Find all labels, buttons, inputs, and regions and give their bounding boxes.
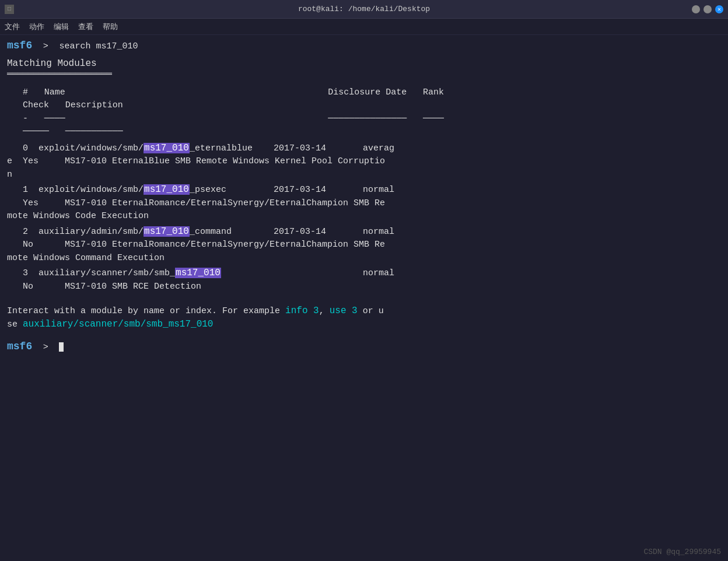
- row1-highlight: ms17_010: [144, 184, 190, 195]
- row2-pre: 2 auxiliary/admin/smb/: [7, 227, 144, 237]
- interact-pre: Interact with a module by name or index.…: [7, 306, 285, 316]
- row3-pre: 3 auxiliary/scanner/smb/smb_: [7, 268, 175, 278]
- separator-line: - ──── ─────────────── ────: [7, 113, 721, 126]
- interact-line-1: Interact with a module by name or index.…: [7, 305, 721, 318]
- row1-cont: Yes MS17-010 EternalRomance/EternalSyner…: [7, 198, 385, 208]
- row0-highlight: ms17_010: [144, 143, 190, 153]
- menu-file[interactable]: 文件: [5, 22, 20, 32]
- menu-help[interactable]: 帮助: [103, 22, 118, 32]
- command-text: search ms17_010: [59, 41, 138, 51]
- row0-post: _eternalblue 2017-03-14 averag: [190, 143, 394, 153]
- row3-highlight: ms17_010: [175, 268, 221, 278]
- row-3-cont: No MS17-010 SMB RCE Detection: [7, 280, 721, 294]
- row0-cont2: n: [7, 170, 12, 180]
- terminal-cursor: [59, 342, 64, 352]
- terminal-window: □ root@kali: /home/kali/Desktop ✕ 文件 动作 …: [0, 0, 728, 561]
- final-msf6: msf6: [7, 341, 32, 352]
- sep-hash: -: [7, 114, 33, 124]
- interact-or: or u: [358, 306, 384, 316]
- col-description: Description: [65, 100, 123, 110]
- row-3: 3 auxiliary/scanner/smb/smb_ms17_010 nor…: [7, 267, 721, 280]
- interact-line-2: se auxiliary/scanner/smb/smb_ms17_010: [7, 318, 721, 332]
- prompt-arrow: >: [38, 41, 54, 51]
- row0-cont: e Yes MS17-010 EternalBlue SMB Remote Wi…: [7, 156, 385, 166]
- row2-cont: No MS17-010 EternalRomance/EternalSynerg…: [7, 240, 385, 250]
- title-bar: □ root@kali: /home/kali/Desktop ✕: [0, 0, 728, 19]
- col-rank: Rank: [423, 87, 444, 97]
- section-underline: ════════════════════: [7, 69, 721, 79]
- title-bar-left: □: [5, 5, 14, 14]
- row-2-cont: No MS17-010 EternalRomance/EternalSynerg…: [7, 239, 721, 252]
- row1-pre: 1 exploit/windows/smb/: [7, 185, 144, 195]
- command-line: msf6 > search ms17_010: [7, 40, 721, 54]
- interact-se: se: [7, 320, 23, 329]
- interact-info: info 3: [285, 306, 319, 316]
- section-title-container: Matching Modules: [7, 58, 721, 69]
- sep-date: ───────────────: [328, 114, 417, 124]
- maximize-button[interactable]: [704, 5, 712, 13]
- menu-view[interactable]: 查看: [78, 22, 93, 32]
- interact-comma: ,: [319, 306, 330, 316]
- row-0-cont: e Yes MS17-010 EternalBlue SMB Remote Wi…: [7, 155, 721, 169]
- col-disclosure: Disclosure Date: [328, 87, 417, 97]
- row1-cont2: mote Windows Code Execution: [7, 211, 149, 221]
- col-name: Name: [39, 87, 323, 97]
- row0-pre: 0 exploit/windows/smb/: [7, 143, 144, 153]
- row2-post: _command 2017-03-14 normal: [190, 227, 394, 237]
- watermark: CSDN @qq_29959945: [643, 548, 721, 556]
- row-1-cont: Yes MS17-010 EternalRomance/EternalSyner…: [7, 197, 721, 211]
- interact-use: use 3: [330, 306, 358, 316]
- row2-highlight: ms17_010: [144, 226, 190, 237]
- interact-url: auxiliary/scanner/smb/smb_ms17_010: [23, 319, 213, 329]
- window-icon: □: [5, 5, 14, 14]
- separator-line-2: ───── ───────────: [7, 125, 721, 139]
- column-headers: # Name Disclosure Date Rank: [7, 86, 721, 100]
- underline: ════════════════════: [7, 69, 112, 79]
- row-1: 1 exploit/windows/smb/ms17_010_psexec 20…: [7, 184, 721, 197]
- sep-rank: ────: [423, 114, 444, 124]
- menu-action[interactable]: 动作: [29, 22, 44, 32]
- final-prompt-line: msf6 >: [7, 341, 721, 355]
- terminal-body[interactable]: msf6 > search ms17_010 Matching Modules …: [0, 35, 728, 561]
- row-1-cont2: mote Windows Code Execution: [7, 210, 721, 223]
- column-headers-2: Check Description: [7, 99, 721, 113]
- sep-name: ────: [39, 114, 323, 124]
- window-controls: ✕: [692, 5, 723, 13]
- row-0-cont2: n: [7, 169, 721, 182]
- window-title: root@kali: /home/kali/Desktop: [298, 5, 430, 13]
- menu-edit[interactable]: 编辑: [54, 22, 69, 32]
- msf6-prompt: msf6: [7, 40, 32, 51]
- close-button[interactable]: ✕: [715, 5, 723, 13]
- row2-cont2: mote Windows Command Execution: [7, 253, 164, 263]
- row-2: 2 auxiliary/admin/smb/ms17_010_command 2…: [7, 226, 721, 239]
- row1-post: _psexec 2017-03-14 normal: [190, 185, 394, 195]
- col-check: Check: [7, 100, 60, 110]
- menu-bar: 文件 动作 编辑 查看 帮助: [0, 19, 728, 35]
- minimize-button[interactable]: [692, 5, 700, 13]
- sep-desc: ───────────: [65, 127, 123, 136]
- sep-check: ─────: [7, 127, 60, 136]
- row-0: 0 exploit/windows/smb/ms17_010_eternalbl…: [7, 142, 721, 156]
- row-2-cont2: mote Windows Command Execution: [7, 252, 721, 265]
- col-hash: #: [7, 87, 33, 97]
- row3-cont: No MS17-010 SMB RCE Detection: [7, 282, 201, 292]
- matching-modules-title: Matching Modules: [7, 58, 97, 69]
- final-arrow: >: [38, 342, 54, 352]
- row3-post: normal: [221, 268, 394, 278]
